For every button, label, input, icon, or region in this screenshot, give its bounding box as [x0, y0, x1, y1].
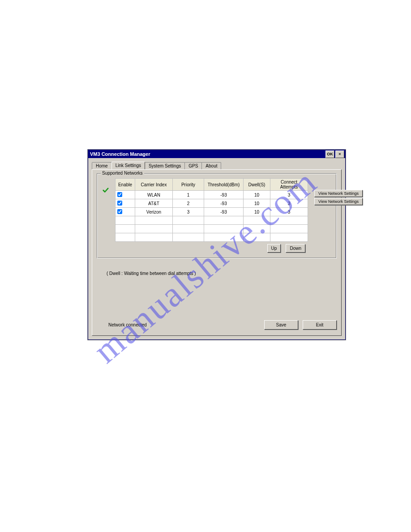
cell-carrier: Verizon [135, 208, 173, 216]
enable-checkbox[interactable] [117, 201, 122, 206]
cell-dwell: 10 [244, 191, 270, 199]
reorder-buttons: Up Down [115, 242, 308, 253]
tab-bar: Home Link Settings System Settings GPS A… [88, 158, 345, 169]
close-button[interactable]: × [335, 150, 344, 158]
group-title: Supported Networks [101, 171, 144, 176]
cell-attempts: 3 [270, 208, 308, 216]
supported-networks-group: Supported Networks [97, 173, 337, 258]
view-network-settings-button-1[interactable]: View Network Settings [314, 190, 363, 197]
app-window: VM3 Connection Manager OK × Home Link Se… [88, 150, 346, 340]
view-network-settings-button-2[interactable]: View Network Settings [314, 198, 363, 205]
networks-table: Enable Carrier Index Priority Threshold(… [115, 178, 308, 242]
table-row[interactable] [116, 216, 308, 225]
up-button[interactable]: Up [267, 244, 281, 253]
enable-checkbox[interactable] [117, 192, 122, 197]
save-button[interactable]: Save [264, 320, 298, 330]
tab-content: Supported Networks [92, 169, 342, 336]
tab-gps[interactable]: GPS [184, 162, 202, 170]
window-titlebar: VM3 Connection Manager OK × [88, 150, 345, 158]
cell-threshold: -93 [204, 199, 244, 208]
col-threshold[interactable]: Threshold(dBm) [204, 179, 244, 191]
ok-button[interactable]: OK [325, 150, 334, 158]
row-indicator-column [103, 178, 109, 193]
table-row[interactable] [116, 225, 308, 233]
tab-link-settings[interactable]: Link Settings [111, 162, 145, 169]
connection-status: Network connected [97, 322, 260, 327]
window-title: VM3 Connection Manager [90, 150, 325, 158]
table-header-row: Enable Carrier Index Priority Threshold(… [116, 179, 308, 191]
cell-priority: 1 [173, 191, 204, 199]
col-enable[interactable]: Enable [116, 179, 135, 191]
cell-priority: 2 [173, 199, 204, 208]
table-row[interactable]: Verizon 3 -93 10 3 [116, 208, 308, 216]
cell-attempts: 3 [270, 191, 308, 199]
table-row[interactable]: WLAN 1 -93 10 3 [116, 191, 308, 199]
down-button[interactable]: Down [286, 244, 305, 253]
cell-dwell: 10 [244, 199, 270, 208]
cell-threshold: -93 [204, 191, 244, 199]
tab-home[interactable]: Home [92, 162, 112, 170]
cell-carrier: WLAN [135, 191, 173, 199]
cell-priority: 3 [173, 208, 204, 216]
exit-button[interactable]: Exit [303, 320, 337, 330]
col-priority[interactable]: Priority [173, 179, 204, 191]
tab-system-settings[interactable]: System Settings [145, 162, 185, 170]
table-row[interactable] [116, 233, 308, 242]
enable-checkbox[interactable] [117, 209, 122, 214]
window-footer: Network connected Save Exit [92, 317, 341, 335]
col-carrier[interactable]: Carrier Index [135, 179, 173, 191]
col-attempts[interactable]: Connect Attempts [270, 179, 308, 191]
cell-threshold: -93 [204, 208, 244, 216]
cell-attempts: 3 [270, 199, 308, 208]
side-button-column: View Network Settings View Network Setti… [314, 178, 363, 205]
col-dwell[interactable]: Dwell(S) [244, 179, 270, 191]
dwell-hint: ( Dwell : Waiting time between dial atte… [97, 258, 337, 276]
cell-carrier: AT&T [135, 199, 173, 208]
cell-dwell: 10 [244, 208, 270, 216]
tab-about[interactable]: About [201, 162, 221, 170]
table-row[interactable]: AT&T 2 -93 10 3 [116, 199, 308, 208]
check-icon [103, 187, 109, 193]
